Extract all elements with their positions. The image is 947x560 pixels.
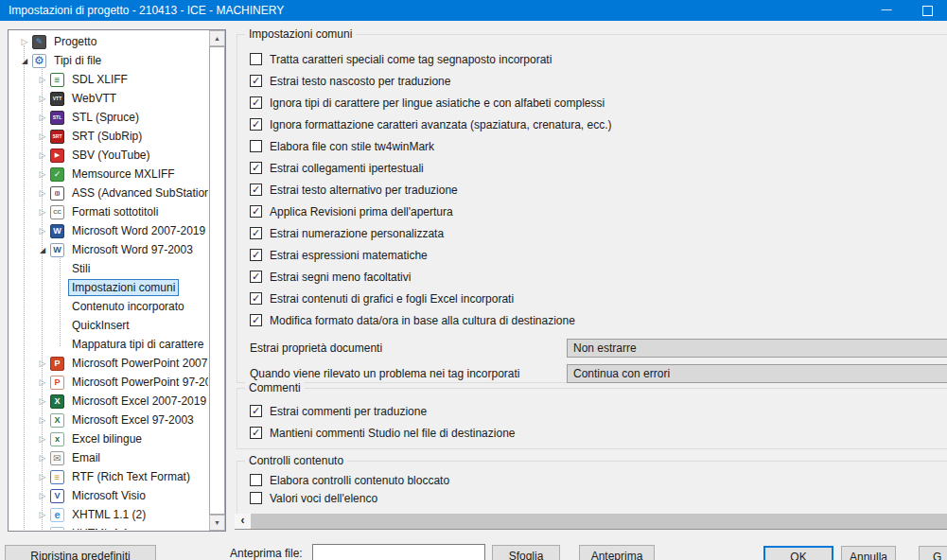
tree-item[interactable]: Contenuto incorporato — [9, 297, 208, 316]
expander-collapsed-icon[interactable] — [35, 108, 50, 127]
checkbox-label: Modifica formato data/ora in base alla c… — [270, 314, 575, 327]
horizontal-scrollbar[interactable]: ‹ — [235, 514, 947, 530]
tree-item[interactable]: xExcel bilingue — [9, 429, 208, 448]
tree-item[interactable]: ≡RTF (Rich Text Format) — [9, 467, 208, 486]
tree-item[interactable]: Stili — [9, 259, 208, 278]
tree-item[interactable]: ✎Progetto — [9, 32, 208, 51]
checkbox-row: Elabora file con stile tw4winMark — [237, 135, 947, 157]
tree-item[interactable]: ✉Email — [9, 448, 208, 467]
vertical-scroll-thumb[interactable] — [209, 46, 225, 515]
expander-collapsed-icon[interactable] — [35, 486, 50, 505]
tree-item-label: XHTML 1.1 (2) — [68, 506, 149, 523]
scroll-left-button[interactable]: ‹ — [235, 514, 251, 529]
expander-collapsed-icon[interactable] — [35, 127, 50, 146]
expander-collapsed-icon[interactable] — [35, 354, 50, 373]
tree-item[interactable]: CCFormati sottotitoli — [9, 202, 208, 221]
expander-collapsed-icon[interactable] — [35, 165, 50, 184]
expander-collapsed-icon[interactable] — [35, 429, 50, 448]
expander-collapsed-icon[interactable] — [35, 146, 50, 165]
tree-item[interactable]: (|)ASS (Advanced SubStation Alp — [9, 184, 208, 202]
tree-item-label: WebVTT — [68, 90, 120, 107]
checkbox-checked[interactable]: ✓ — [250, 184, 262, 196]
horizontal-scroll-thumb[interactable] — [251, 514, 947, 529]
expander-collapsed-icon[interactable] — [35, 89, 50, 108]
checkbox-checked[interactable]: ✓ — [250, 314, 262, 326]
expander-collapsed-icon[interactable] — [35, 448, 50, 467]
tree-item[interactable]: eXHTML 1.1 (2) — [9, 505, 208, 524]
checkbox-label: Estrai espressioni matematiche — [270, 249, 428, 262]
group-legend: Impostazioni comuni — [245, 27, 356, 41]
checkbox-checked[interactable]: ✓ — [250, 249, 262, 261]
tree-item-label: SBV (YouTube) — [68, 147, 154, 164]
tree-item[interactable]: eXHTML 1.1 — [9, 524, 208, 530]
tree-item[interactable]: QuickInsert — [9, 316, 208, 335]
tree-item[interactable]: VMicrosoft Visio — [9, 486, 208, 505]
preview-file-input[interactable] — [312, 544, 485, 560]
checkbox-checked[interactable]: ✓ — [250, 227, 262, 239]
checkbox-checked[interactable]: ✓ — [250, 162, 262, 174]
checkbox-unchecked[interactable] — [250, 492, 262, 504]
tree-item[interactable]: WMicrosoft Word 2007-2019 — [9, 221, 208, 240]
tree-item[interactable]: XMicrosoft Excel 97-2003 — [9, 411, 208, 429]
tree-item[interactable]: WMicrosoft Word 97-2003 — [9, 240, 208, 259]
checkbox-checked[interactable]: ✓ — [250, 205, 262, 218]
checkbox-label: Estrai commenti per traduzione — [270, 405, 427, 418]
expander-collapsed-icon[interactable] — [35, 202, 50, 221]
tree-item[interactable]: PMicrosoft PowerPoint 97-2003 — [9, 373, 208, 392]
tree-item[interactable]: XMicrosoft Excel 2007-2019 — [9, 392, 208, 411]
tree-item[interactable]: Impostazioni comuni — [9, 278, 208, 297]
tree-item[interactable]: ✓Memsource MXLIFF — [9, 165, 208, 184]
dropdown-select[interactable]: Non estrarre — [567, 339, 947, 358]
checkbox-row: ✓Estrai segni meno facoltativi — [237, 266, 947, 288]
tree-item[interactable]: ⚙Tipi di file — [9, 51, 208, 70]
expander-collapsed-icon[interactable] — [35, 221, 50, 240]
checkbox-unchecked[interactable] — [250, 474, 262, 486]
checkbox-checked[interactable]: ✓ — [250, 118, 262, 131]
tree-item[interactable]: Mappatura tipi di carattere — [9, 335, 208, 354]
expander-collapsed-icon[interactable] — [35, 524, 50, 530]
checkbox-checked[interactable]: ✓ — [250, 75, 262, 87]
expander-collapsed-icon[interactable] — [35, 70, 50, 89]
tree-vertical-scrollbar[interactable]: ▲ ▼ — [209, 30, 225, 531]
tree-item[interactable]: ≡SDL XLIFF — [9, 70, 208, 89]
checkbox-unchecked[interactable] — [250, 140, 262, 152]
expander-collapsed-icon[interactable] — [35, 411, 50, 429]
tree-item-label: Microsoft Excel 97-2003 — [68, 411, 198, 429]
scroll-up-button[interactable]: ▲ — [209, 30, 225, 46]
expander-collapsed-icon[interactable] — [35, 392, 50, 411]
tree-item-label: Microsoft Visio — [68, 487, 149, 504]
checkbox-row: ✓Ignora tipi di carattere per lingue asi… — [237, 92, 947, 114]
checkbox-checked[interactable]: ✓ — [250, 96, 262, 109]
dropdown-select[interactable]: Continua con errori — [567, 364, 947, 383]
checkbox-checked[interactable]: ✓ — [250, 292, 262, 305]
dropdown-label: Quando viene rilevato un problema nei ta… — [250, 367, 567, 380]
checkbox-unchecked[interactable] — [250, 53, 262, 65]
expander-expanded-icon[interactable] — [35, 240, 50, 260]
checkbox-checked[interactable]: ✓ — [250, 405, 262, 417]
dropdown-value: Non estrarre — [573, 341, 637, 355]
expander-expanded-icon[interactable] — [17, 51, 32, 71]
expander-collapsed-icon[interactable] — [35, 184, 50, 202]
tree-item[interactable]: ▶SBV (YouTube) — [9, 146, 208, 165]
word-97-icon: W — [50, 243, 64, 257]
cancel-button[interactable]: Annulla — [841, 546, 896, 560]
restore-defaults-button[interactable]: Ripristina predefiniti — [5, 545, 156, 560]
tree-item[interactable]: PMicrosoft PowerPoint 2007-20 — [9, 354, 208, 373]
tree-item[interactable]: SRTSRT (SubRip) — [9, 127, 208, 146]
scroll-down-button[interactable]: ▼ — [209, 515, 225, 531]
help-button[interactable]: G — [919, 546, 947, 560]
checkbox-checked[interactable]: ✓ — [250, 427, 262, 439]
checkbox-label: Estrai segni meno facoltativi — [270, 271, 411, 284]
expander-collapsed-icon[interactable] — [35, 505, 50, 524]
ok-button[interactable]: OK — [763, 546, 833, 560]
minimize-button[interactable]: — — [865, 0, 908, 21]
browse-button[interactable]: Sfoglia — [492, 545, 560, 560]
checkbox-checked[interactable]: ✓ — [250, 271, 262, 283]
preview-button[interactable]: Anteprima — [579, 545, 655, 560]
expander-collapsed-icon[interactable] — [17, 32, 32, 51]
tree-item[interactable]: STLSTL (Spruce) — [9, 108, 208, 127]
expander-collapsed-icon[interactable] — [35, 467, 50, 486]
tree-item[interactable]: VTTWebVTT — [9, 89, 208, 108]
maximize-button[interactable] — [908, 0, 947, 21]
expander-collapsed-icon[interactable] — [35, 373, 50, 392]
